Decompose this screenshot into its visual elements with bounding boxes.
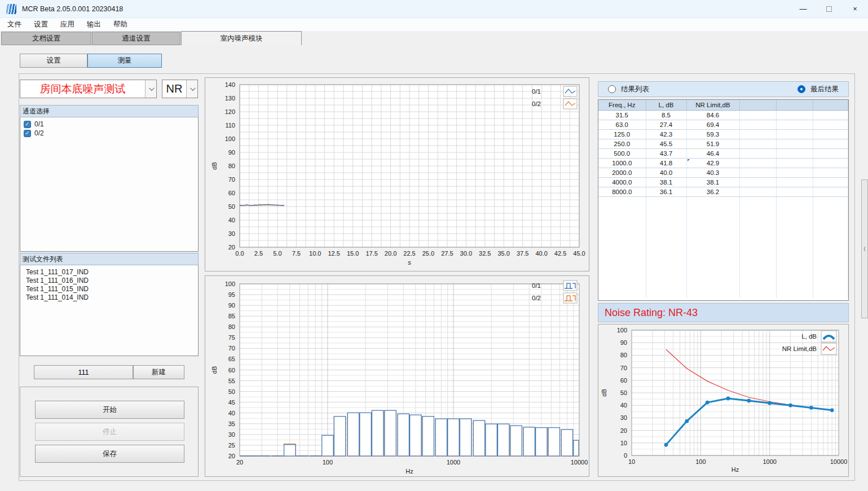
rating-dropdown-button[interactable] xyxy=(186,80,197,98)
spectrum-bar-chart: 2010010001000020253035404550556065707580… xyxy=(205,275,589,477)
svg-text:30: 30 xyxy=(228,431,235,438)
start-button[interactable]: 开始 xyxy=(35,401,184,419)
noise-rating-banner: Noise Rating: NR-43 xyxy=(598,303,849,322)
svg-text:17.5: 17.5 xyxy=(365,250,377,257)
subtab-measure[interactable]: 测量 xyxy=(87,54,162,68)
table-filler-row xyxy=(598,196,848,298)
svg-text:40: 40 xyxy=(620,402,627,409)
svg-text:Hz: Hz xyxy=(406,468,413,475)
svg-text:80: 80 xyxy=(228,163,235,169)
menu-file[interactable]: 文件 xyxy=(1,19,28,30)
rating-value: NR xyxy=(162,80,186,98)
svg-text:70: 70 xyxy=(228,345,235,352)
svg-text:95: 95 xyxy=(228,291,235,298)
radio-result-list-label[interactable]: 结果列表 xyxy=(621,85,649,94)
svg-text:37.5: 37.5 xyxy=(517,250,528,257)
svg-text:0.0: 0.0 xyxy=(235,250,244,257)
table-row[interactable]: 500.043.746.4 xyxy=(598,148,848,158)
checkbox-checked-icon[interactable]: ✓ xyxy=(24,121,31,128)
svg-text:60: 60 xyxy=(620,377,627,384)
channel-item[interactable]: ✓ 0/1 xyxy=(20,120,198,129)
new-button[interactable]: 新建 xyxy=(133,365,184,379)
svg-text:45: 45 xyxy=(228,399,235,406)
chevron-down-icon xyxy=(149,85,155,91)
table-row[interactable]: 4000.038.138.1 xyxy=(598,177,848,187)
stop-button: 停止 xyxy=(35,423,184,441)
svg-text:65: 65 xyxy=(228,356,235,362)
svg-text:30: 30 xyxy=(228,230,235,237)
svg-text:100: 100 xyxy=(225,135,235,142)
subtab-settings[interactable]: 设置 xyxy=(20,54,87,68)
table-header-row: Freq., Hz L, dB NR Limit,dB xyxy=(598,100,848,110)
svg-text:90: 90 xyxy=(228,302,235,309)
radio-result-list[interactable] xyxy=(608,85,616,93)
save-button[interactable]: 保存 xyxy=(35,445,184,463)
svg-text:35.0: 35.0 xyxy=(498,250,510,257)
svg-text:70: 70 xyxy=(228,176,235,183)
svg-text:0/1: 0/1 xyxy=(532,282,541,289)
svg-text:130: 130 xyxy=(225,95,235,102)
maximize-button[interactable] xyxy=(816,0,842,18)
channel-select-header: 通道选择 xyxy=(20,105,199,117)
svg-text:Hz: Hz xyxy=(732,466,739,473)
svg-text:s: s xyxy=(408,259,411,266)
svg-text:10: 10 xyxy=(628,458,635,465)
svg-text:7.5: 7.5 xyxy=(292,250,301,257)
rating-combobox[interactable]: NR xyxy=(162,80,198,98)
test-file-listbox[interactable]: Test 1_111_017_IND Test 1_111_016_IND Te… xyxy=(20,265,199,356)
svg-text:100: 100 xyxy=(695,458,706,465)
channel-label: 0/2 xyxy=(34,129,44,137)
menu-application[interactable]: 应用 xyxy=(54,19,81,30)
svg-text:30.0: 30.0 xyxy=(460,250,472,257)
close-button[interactable]: × xyxy=(842,0,868,18)
svg-text:80: 80 xyxy=(620,352,627,358)
table-row[interactable]: 63.027.469.4 xyxy=(598,120,848,129)
svg-text:40: 40 xyxy=(228,410,235,417)
test-name-input[interactable] xyxy=(34,365,133,379)
menu-help[interactable]: 帮助 xyxy=(107,19,134,30)
svg-text:2.5: 2.5 xyxy=(254,250,263,257)
file-item[interactable]: Test 1_111_017_IND xyxy=(20,268,198,276)
svg-text:12.5: 12.5 xyxy=(328,250,340,257)
table-row[interactable]: 31.58.584.6 xyxy=(598,110,848,120)
radio-last-result-label[interactable]: 最后结果 xyxy=(810,85,839,94)
svg-text:10.0: 10.0 xyxy=(309,250,321,257)
result-table-body[interactable]: 31.58.584.663.027.469.4125.042.359.3250.… xyxy=(598,110,848,298)
app-logo-icon xyxy=(6,4,16,14)
svg-text:110: 110 xyxy=(225,122,235,129)
file-item[interactable]: Test 1_111_016_IND xyxy=(20,276,198,284)
checkbox-checked-icon[interactable]: ✓ xyxy=(24,130,31,137)
file-item[interactable]: Test 1_111_015_IND xyxy=(20,284,198,293)
svg-text:100: 100 xyxy=(225,280,235,287)
svg-text:30: 30 xyxy=(620,414,627,421)
tab-indoor-noise-module[interactable]: 室内噪声模块 xyxy=(181,31,302,45)
collapse-splitter[interactable]: 〈 xyxy=(861,179,868,318)
tab-channel-settings[interactable]: 通道设置 xyxy=(92,32,180,45)
result-table[interactable]: Freq., Hz L, dB NR Limit,dB 31.58.584.66… xyxy=(598,99,849,301)
svg-text:75: 75 xyxy=(228,334,235,341)
svg-text:1000: 1000 xyxy=(447,459,460,466)
table-row[interactable]: 8000.036.136.2 xyxy=(598,187,848,196)
menu-output[interactable]: 输出 xyxy=(81,19,107,30)
table-row[interactable]: 250.045.551.9 xyxy=(598,139,848,148)
test-type-combobox[interactable]: 房间本底噪声测试 xyxy=(20,80,157,98)
menu-bar: 文件 设置 应用 输出 帮助 xyxy=(0,18,868,31)
tab-document-settings[interactable]: 文档设置 xyxy=(1,32,91,45)
channel-listbox[interactable]: ✓ 0/1 ✓ 0/2 xyxy=(20,117,199,252)
svg-text:20.0: 20.0 xyxy=(385,250,396,257)
svg-text:L, dB: L, dB xyxy=(801,333,817,340)
table-row[interactable]: 1000.041.842.9 xyxy=(598,158,848,168)
svg-text:55: 55 xyxy=(228,378,235,384)
channel-item[interactable]: ✓ 0/2 xyxy=(20,129,198,138)
file-item[interactable]: Test 1_111_014_IND xyxy=(20,293,198,301)
menu-settings[interactable]: 设置 xyxy=(28,19,54,30)
table-row[interactable]: 2000.040.040.3 xyxy=(598,168,848,177)
radio-last-result[interactable] xyxy=(797,85,805,93)
svg-text:35: 35 xyxy=(228,420,235,427)
test-type-dropdown-button[interactable] xyxy=(145,80,156,98)
svg-text:27.5: 27.5 xyxy=(441,250,453,257)
minimize-button[interactable]: — xyxy=(790,0,816,18)
table-row[interactable]: 125.042.359.3 xyxy=(598,129,848,139)
svg-text:70: 70 xyxy=(620,365,627,371)
svg-text:NR Limit,dB: NR Limit,dB xyxy=(782,345,817,352)
